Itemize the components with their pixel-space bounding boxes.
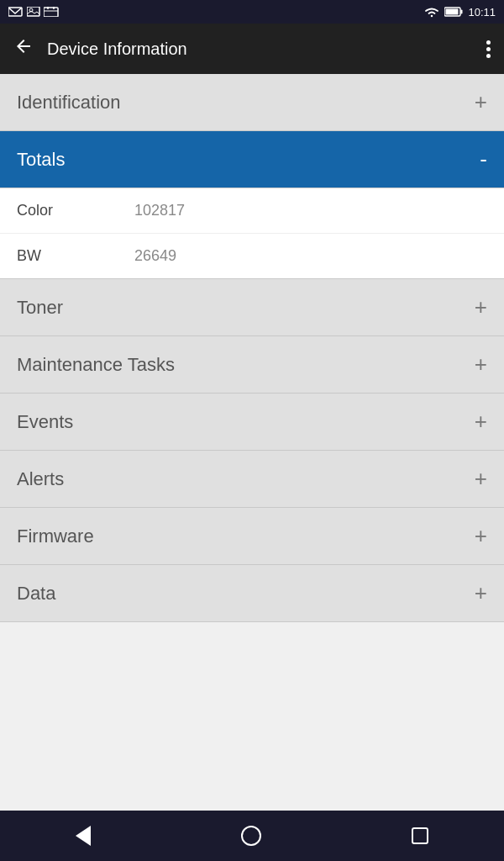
- data-label: Data: [17, 583, 55, 605]
- events-toggle-icon: +: [475, 409, 487, 435]
- status-bar-left: [8, 7, 59, 17]
- section-totals[interactable]: Totals -: [0, 131, 504, 188]
- toner-toggle-icon: +: [475, 294, 487, 320]
- identification-toggle-icon: +: [475, 89, 487, 115]
- totals-label: Totals: [17, 149, 65, 171]
- overflow-menu-button[interactable]: [486, 40, 491, 58]
- section-firmware[interactable]: Firmware +: [0, 508, 504, 565]
- nav-back-icon: [76, 826, 91, 846]
- battery-icon: [444, 7, 463, 17]
- content-area: Identification + Totals - Color 102817 B…: [0, 74, 504, 811]
- svg-rect-3: [44, 8, 58, 17]
- back-button[interactable]: [13, 36, 34, 61]
- wifi-icon: [424, 6, 439, 18]
- events-label: Events: [17, 411, 73, 433]
- menu-dot-3: [486, 54, 491, 58]
- totals-toggle-icon: -: [480, 146, 487, 172]
- calendar-icon: [44, 7, 59, 17]
- totals-color-row: Color 102817: [0, 188, 504, 234]
- identification-label: Identification: [17, 92, 121, 114]
- firmware-toggle-icon: +: [475, 523, 487, 549]
- status-bar: 10:11: [0, 0, 504, 24]
- data-toggle-icon: +: [475, 580, 487, 606]
- svg-rect-1: [27, 7, 39, 16]
- nav-recents-button[interactable]: [412, 827, 428, 844]
- status-bar-right: 10:11: [424, 6, 496, 18]
- alerts-label: Alerts: [17, 468, 64, 490]
- photo-icon: [27, 7, 40, 17]
- section-maintenance-tasks[interactable]: Maintenance Tasks +: [0, 336, 504, 394]
- maintenance-tasks-toggle-icon: +: [475, 351, 487, 378]
- alerts-toggle-icon: +: [475, 466, 487, 492]
- menu-dot-2: [486, 47, 491, 51]
- section-alerts[interactable]: Alerts +: [0, 451, 504, 508]
- nav-back-button[interactable]: [76, 826, 91, 846]
- maintenance-tasks-label: Maintenance Tasks: [17, 354, 175, 376]
- section-events[interactable]: Events +: [0, 394, 504, 451]
- app-bar: Device Information: [0, 24, 504, 74]
- toner-label: Toner: [17, 297, 63, 319]
- section-identification[interactable]: Identification +: [0, 74, 504, 131]
- color-label: Color: [17, 202, 134, 219]
- svg-rect-8: [461, 10, 463, 14]
- menu-dot-1: [486, 40, 491, 45]
- section-toner[interactable]: Toner +: [0, 279, 504, 336]
- page-title: Device Information: [47, 40, 486, 59]
- firmware-label: Firmware: [17, 526, 94, 547]
- nav-recents-icon: [412, 827, 428, 844]
- time-display: 10:11: [468, 6, 496, 18]
- msg-icon: [8, 7, 24, 17]
- bw-label: BW: [17, 247, 134, 265]
- color-value: 102817: [134, 202, 185, 219]
- nav-home-icon: [241, 826, 261, 846]
- totals-bw-row: BW 26649: [0, 234, 504, 278]
- bw-value: 26649: [134, 247, 176, 265]
- nav-bar: [0, 811, 504, 861]
- nav-home-button[interactable]: [241, 826, 261, 846]
- section-data[interactable]: Data +: [0, 565, 504, 622]
- svg-rect-9: [446, 9, 459, 15]
- totals-content: Color 102817 BW 26649: [0, 188, 504, 279]
